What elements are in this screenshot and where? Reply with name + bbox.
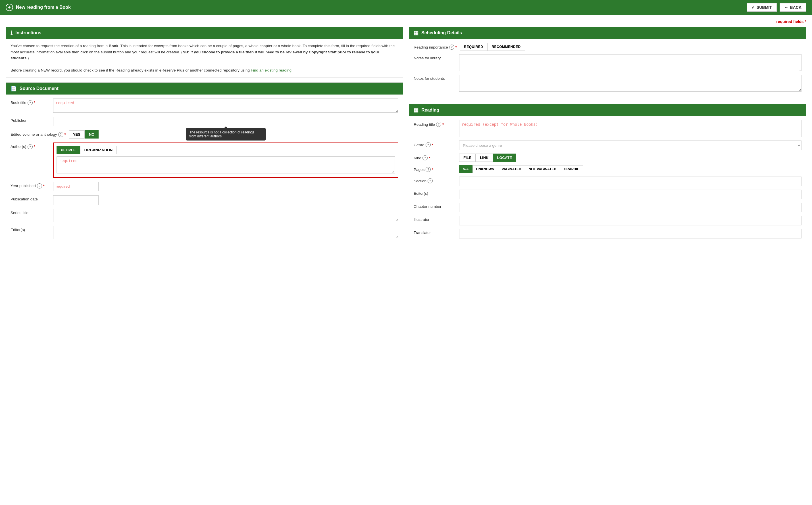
organization-button[interactable]: ORGANIZATION <box>80 146 117 154</box>
paginated-button[interactable]: PAGINATED <box>498 165 525 173</box>
main-content: ℹ Instructions You've chosen to request … <box>6 27 806 247</box>
unknown-button[interactable]: UNKNOWN <box>472 165 498 173</box>
year-published-row: Year published ? * <box>10 182 398 191</box>
translator-input[interactable] <box>459 229 802 238</box>
reading-form: Reading title ? * Genre ? * <box>409 116 806 246</box>
book-title-label: Book title ? * <box>10 99 50 105</box>
recommended-button[interactable]: RECOMMENDED <box>487 43 525 51</box>
info-icon: ℹ <box>10 30 12 36</box>
reading-editors-row: Editor(s) <box>414 190 802 199</box>
instructions-body: You've chosen to request the creation of… <box>6 39 403 77</box>
kind-toggle: FILE LINK LOCATE <box>459 154 516 162</box>
submit-button[interactable]: ✓ SUBMIT <box>747 3 777 12</box>
checkmark-icon: ✓ <box>751 5 755 10</box>
reading-importance-help-icon[interactable]: ? <box>449 44 454 50</box>
reading-title-help-icon[interactable]: ? <box>436 122 441 127</box>
find-existing-reading-link[interactable]: Find an existing reading. <box>251 68 293 72</box>
genre-label: Genre ? * <box>414 141 456 147</box>
publication-date-row: Publication date <box>10 195 398 205</box>
series-title-label: Series title <box>10 209 50 215</box>
genre-select[interactable]: Please choose a genre <box>459 141 802 150</box>
authors-type-toggle: PEOPLE ORGANIZATION <box>56 146 395 154</box>
pages-help-icon[interactable]: ? <box>426 167 431 172</box>
notes-library-input[interactable] <box>459 54 802 71</box>
na-button[interactable]: N/A <box>459 165 472 173</box>
genre-help-icon[interactable]: ? <box>426 142 431 147</box>
chapter-number-label: Chapter number <box>414 203 456 209</box>
scheduling-header: ▦ Scheduling Details <box>409 27 806 39</box>
authors-help-icon[interactable]: ? <box>27 144 33 149</box>
graphic-button[interactable]: GRAPHIC <box>560 165 583 173</box>
authors-input[interactable] <box>56 156 395 173</box>
authors-label: Author(s) ? * <box>10 143 50 149</box>
not-paginated-button[interactable]: NOT PAGINATED <box>525 165 560 173</box>
required-fields-note: required fields * <box>6 19 806 24</box>
reading-icon: ▦ <box>414 107 419 113</box>
page-title: New reading from a Book <box>16 5 71 10</box>
required-button[interactable]: REQUIRED <box>460 43 487 51</box>
kind-help-icon[interactable]: ? <box>423 155 428 160</box>
locate-button[interactable]: LOCATE <box>493 154 516 162</box>
book-title-input[interactable] <box>53 99 398 113</box>
book-title-help-icon[interactable]: ? <box>27 100 33 105</box>
editors-row: Editor(s) <box>10 226 398 239</box>
genre-row: Genre ? * Please choose a genre <box>414 141 802 150</box>
back-button[interactable]: ← BACK <box>780 3 806 12</box>
source-document-header: 📄 Source Document <box>6 82 403 95</box>
section-help-icon[interactable]: ? <box>428 178 433 183</box>
source-document-box: 📄 Source Document Book title ? * <box>6 82 403 247</box>
series-title-row: Series title <box>10 209 398 222</box>
kind-label: Kind ? * <box>414 154 456 160</box>
link-button[interactable]: LINK <box>476 154 493 162</box>
people-button[interactable]: PEOPLE <box>56 146 80 154</box>
reading-editors-label: Editor(s) <box>414 190 456 196</box>
importance-toggle: REQUIRED RECOMMENDED <box>460 43 525 51</box>
edited-volume-toggle: YES NO <box>69 130 99 139</box>
notes-students-row: Notes for students <box>414 75 802 92</box>
kind-row: Kind ? * FILE LINK LOCATE <box>414 154 802 162</box>
header-title-group: + New reading from a Book <box>6 4 71 11</box>
publication-date-input[interactable] <box>53 195 99 205</box>
arrow-left-icon: ← <box>785 5 788 10</box>
year-published-label: Year published ? * <box>10 182 50 188</box>
reading-title-row: Reading title ? * <box>414 120 802 137</box>
illustrator-input[interactable] <box>459 216 802 225</box>
series-title-input[interactable] <box>53 209 398 222</box>
notes-students-label: Notes for students <box>414 75 456 80</box>
book-title-row: Book title ? * <box>10 99 398 113</box>
editors-input[interactable] <box>53 226 398 239</box>
reading-header: ▦ Reading <box>409 104 806 116</box>
chapter-number-row: Chapter number <box>414 203 802 212</box>
pages-label: Pages ? * <box>414 165 456 172</box>
publisher-row: Publisher The resource is not a collecti… <box>10 117 398 126</box>
reading-importance-label: Reading importance ? * <box>414 43 457 50</box>
file-button[interactable]: FILE <box>459 154 476 162</box>
translator-row: Translator <box>414 229 802 238</box>
reading-title-label: Reading title ? * <box>414 120 456 127</box>
year-published-help-icon[interactable]: ? <box>37 183 42 188</box>
illustrator-label: Illustrator <box>414 216 456 222</box>
pages-row: Pages ? * N/A UNKNOWN PAGINATED NOT PAGI… <box>414 165 802 173</box>
edited-volume-label: Edited volume or anthology ? * <box>10 130 66 137</box>
section-input[interactable] <box>459 177 802 186</box>
edited-volume-help-icon[interactable]: ? <box>58 132 64 137</box>
calendar-icon: ▦ <box>414 30 419 36</box>
add-icon: + <box>6 4 13 11</box>
illustrator-row: Illustrator <box>414 216 802 225</box>
chapter-number-input[interactable] <box>459 203 802 212</box>
authors-row: Author(s) ? * PEOPLE ORGANIZATION <box>10 143 398 178</box>
publisher-input[interactable] <box>53 117 398 126</box>
section-label: Section ? <box>414 177 456 183</box>
notes-students-input[interactable] <box>459 75 802 92</box>
app-header: + New reading from a Book ✓ SUBMIT ← BAC… <box>0 0 812 15</box>
source-document-form: Book title ? * Publisher <box>6 95 403 247</box>
reading-title-input[interactable] <box>459 120 802 137</box>
year-published-input[interactable] <box>53 182 99 191</box>
reading-editors-input[interactable] <box>459 190 802 199</box>
no-button[interactable]: NO <box>85 130 99 139</box>
pages-toggle: N/A UNKNOWN PAGINATED NOT PAGINATED GRAP… <box>459 165 583 173</box>
yes-button[interactable]: YES <box>69 130 85 139</box>
left-column: ℹ Instructions You've chosen to request … <box>6 27 403 247</box>
instructions-box: ℹ Instructions You've chosen to request … <box>6 27 403 78</box>
instructions-header: ℹ Instructions <box>6 27 403 39</box>
